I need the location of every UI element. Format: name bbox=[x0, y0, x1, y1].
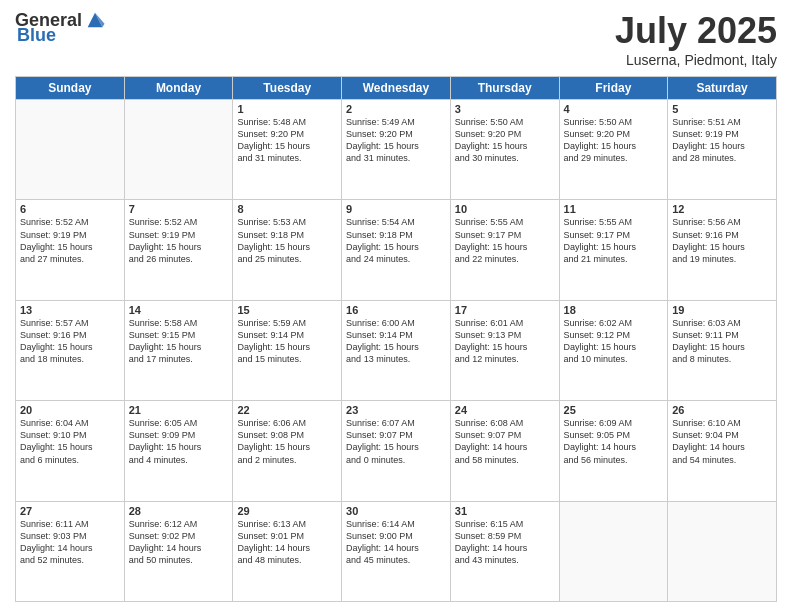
day-info: Sunrise: 6:08 AM Sunset: 9:07 PM Dayligh… bbox=[455, 417, 555, 466]
title-block: July 2025 Luserna, Piedmont, Italy bbox=[615, 10, 777, 68]
day-info: Sunrise: 5:55 AM Sunset: 9:17 PM Dayligh… bbox=[455, 216, 555, 265]
day-info: Sunrise: 5:55 AM Sunset: 9:17 PM Dayligh… bbox=[564, 216, 664, 265]
calendar-cell: 2Sunrise: 5:49 AM Sunset: 9:20 PM Daylig… bbox=[342, 100, 451, 200]
day-info: Sunrise: 6:12 AM Sunset: 9:02 PM Dayligh… bbox=[129, 518, 229, 567]
page: General Blue July 2025 Luserna, Piedmont… bbox=[0, 0, 792, 612]
day-info: Sunrise: 5:49 AM Sunset: 9:20 PM Dayligh… bbox=[346, 116, 446, 165]
day-info: Sunrise: 6:05 AM Sunset: 9:09 PM Dayligh… bbox=[129, 417, 229, 466]
day-info: Sunrise: 6:14 AM Sunset: 9:00 PM Dayligh… bbox=[346, 518, 446, 567]
day-number: 7 bbox=[129, 203, 229, 215]
weekday-header-friday: Friday bbox=[559, 77, 668, 100]
month-title: July 2025 bbox=[615, 10, 777, 52]
day-info: Sunrise: 5:56 AM Sunset: 9:16 PM Dayligh… bbox=[672, 216, 772, 265]
day-number: 12 bbox=[672, 203, 772, 215]
day-info: Sunrise: 5:57 AM Sunset: 9:16 PM Dayligh… bbox=[20, 317, 120, 366]
calendar-cell: 8Sunrise: 5:53 AM Sunset: 9:18 PM Daylig… bbox=[233, 200, 342, 300]
calendar-cell: 23Sunrise: 6:07 AM Sunset: 9:07 PM Dayli… bbox=[342, 401, 451, 501]
calendar-cell: 14Sunrise: 5:58 AM Sunset: 9:15 PM Dayli… bbox=[124, 300, 233, 400]
day-number: 6 bbox=[20, 203, 120, 215]
calendar-cell: 16Sunrise: 6:00 AM Sunset: 9:14 PM Dayli… bbox=[342, 300, 451, 400]
location-title: Luserna, Piedmont, Italy bbox=[615, 52, 777, 68]
calendar-cell: 9Sunrise: 5:54 AM Sunset: 9:18 PM Daylig… bbox=[342, 200, 451, 300]
day-number: 27 bbox=[20, 505, 120, 517]
day-info: Sunrise: 6:02 AM Sunset: 9:12 PM Dayligh… bbox=[564, 317, 664, 366]
day-info: Sunrise: 5:53 AM Sunset: 9:18 PM Dayligh… bbox=[237, 216, 337, 265]
day-info: Sunrise: 5:52 AM Sunset: 9:19 PM Dayligh… bbox=[129, 216, 229, 265]
day-number: 20 bbox=[20, 404, 120, 416]
day-number: 25 bbox=[564, 404, 664, 416]
weekday-header-tuesday: Tuesday bbox=[233, 77, 342, 100]
day-number: 5 bbox=[672, 103, 772, 115]
calendar-cell: 28Sunrise: 6:12 AM Sunset: 9:02 PM Dayli… bbox=[124, 501, 233, 601]
day-info: Sunrise: 5:58 AM Sunset: 9:15 PM Dayligh… bbox=[129, 317, 229, 366]
day-number: 22 bbox=[237, 404, 337, 416]
calendar-cell: 1Sunrise: 5:48 AM Sunset: 9:20 PM Daylig… bbox=[233, 100, 342, 200]
day-number: 29 bbox=[237, 505, 337, 517]
calendar-cell: 30Sunrise: 6:14 AM Sunset: 9:00 PM Dayli… bbox=[342, 501, 451, 601]
day-info: Sunrise: 6:10 AM Sunset: 9:04 PM Dayligh… bbox=[672, 417, 772, 466]
calendar-cell bbox=[668, 501, 777, 601]
day-info: Sunrise: 6:06 AM Sunset: 9:08 PM Dayligh… bbox=[237, 417, 337, 466]
calendar-cell: 29Sunrise: 6:13 AM Sunset: 9:01 PM Dayli… bbox=[233, 501, 342, 601]
calendar-cell: 10Sunrise: 5:55 AM Sunset: 9:17 PM Dayli… bbox=[450, 200, 559, 300]
calendar-cell: 22Sunrise: 6:06 AM Sunset: 9:08 PM Dayli… bbox=[233, 401, 342, 501]
day-number: 24 bbox=[455, 404, 555, 416]
logo: General Blue bbox=[15, 10, 106, 46]
calendar-cell: 7Sunrise: 5:52 AM Sunset: 9:19 PM Daylig… bbox=[124, 200, 233, 300]
day-number: 19 bbox=[672, 304, 772, 316]
calendar-cell: 13Sunrise: 5:57 AM Sunset: 9:16 PM Dayli… bbox=[16, 300, 125, 400]
day-number: 3 bbox=[455, 103, 555, 115]
day-number: 13 bbox=[20, 304, 120, 316]
day-number: 15 bbox=[237, 304, 337, 316]
calendar-cell: 31Sunrise: 6:15 AM Sunset: 8:59 PM Dayli… bbox=[450, 501, 559, 601]
day-number: 10 bbox=[455, 203, 555, 215]
day-info: Sunrise: 6:07 AM Sunset: 9:07 PM Dayligh… bbox=[346, 417, 446, 466]
day-number: 23 bbox=[346, 404, 446, 416]
calendar-cell: 12Sunrise: 5:56 AM Sunset: 9:16 PM Dayli… bbox=[668, 200, 777, 300]
calendar-cell: 4Sunrise: 5:50 AM Sunset: 9:20 PM Daylig… bbox=[559, 100, 668, 200]
calendar-cell: 25Sunrise: 6:09 AM Sunset: 9:05 PM Dayli… bbox=[559, 401, 668, 501]
day-info: Sunrise: 5:50 AM Sunset: 9:20 PM Dayligh… bbox=[564, 116, 664, 165]
calendar-cell: 5Sunrise: 5:51 AM Sunset: 9:19 PM Daylig… bbox=[668, 100, 777, 200]
calendar-cell bbox=[124, 100, 233, 200]
calendar-cell: 19Sunrise: 6:03 AM Sunset: 9:11 PM Dayli… bbox=[668, 300, 777, 400]
day-number: 30 bbox=[346, 505, 446, 517]
day-info: Sunrise: 6:01 AM Sunset: 9:13 PM Dayligh… bbox=[455, 317, 555, 366]
day-info: Sunrise: 6:11 AM Sunset: 9:03 PM Dayligh… bbox=[20, 518, 120, 567]
day-info: Sunrise: 6:04 AM Sunset: 9:10 PM Dayligh… bbox=[20, 417, 120, 466]
calendar-cell: 27Sunrise: 6:11 AM Sunset: 9:03 PM Dayli… bbox=[16, 501, 125, 601]
day-number: 16 bbox=[346, 304, 446, 316]
day-number: 8 bbox=[237, 203, 337, 215]
calendar-cell bbox=[559, 501, 668, 601]
weekday-header-sunday: Sunday bbox=[16, 77, 125, 100]
calendar-cell: 3Sunrise: 5:50 AM Sunset: 9:20 PM Daylig… bbox=[450, 100, 559, 200]
calendar: SundayMondayTuesdayWednesdayThursdayFrid… bbox=[15, 76, 777, 602]
day-info: Sunrise: 5:48 AM Sunset: 9:20 PM Dayligh… bbox=[237, 116, 337, 165]
weekday-header-monday: Monday bbox=[124, 77, 233, 100]
weekday-header-saturday: Saturday bbox=[668, 77, 777, 100]
calendar-cell: 11Sunrise: 5:55 AM Sunset: 9:17 PM Dayli… bbox=[559, 200, 668, 300]
calendar-cell: 21Sunrise: 6:05 AM Sunset: 9:09 PM Dayli… bbox=[124, 401, 233, 501]
day-number: 26 bbox=[672, 404, 772, 416]
day-number: 4 bbox=[564, 103, 664, 115]
logo-blue: Blue bbox=[17, 25, 56, 46]
weekday-header-wednesday: Wednesday bbox=[342, 77, 451, 100]
day-number: 9 bbox=[346, 203, 446, 215]
day-info: Sunrise: 5:54 AM Sunset: 9:18 PM Dayligh… bbox=[346, 216, 446, 265]
day-info: Sunrise: 6:00 AM Sunset: 9:14 PM Dayligh… bbox=[346, 317, 446, 366]
day-info: Sunrise: 6:03 AM Sunset: 9:11 PM Dayligh… bbox=[672, 317, 772, 366]
day-number: 28 bbox=[129, 505, 229, 517]
calendar-cell bbox=[16, 100, 125, 200]
calendar-cell: 15Sunrise: 5:59 AM Sunset: 9:14 PM Dayli… bbox=[233, 300, 342, 400]
day-info: Sunrise: 5:59 AM Sunset: 9:14 PM Dayligh… bbox=[237, 317, 337, 366]
calendar-cell: 18Sunrise: 6:02 AM Sunset: 9:12 PM Dayli… bbox=[559, 300, 668, 400]
calendar-cell: 24Sunrise: 6:08 AM Sunset: 9:07 PM Dayli… bbox=[450, 401, 559, 501]
calendar-cell: 6Sunrise: 5:52 AM Sunset: 9:19 PM Daylig… bbox=[16, 200, 125, 300]
header: General Blue July 2025 Luserna, Piedmont… bbox=[15, 10, 777, 68]
day-info: Sunrise: 5:52 AM Sunset: 9:19 PM Dayligh… bbox=[20, 216, 120, 265]
weekday-header-thursday: Thursday bbox=[450, 77, 559, 100]
day-number: 31 bbox=[455, 505, 555, 517]
calendar-cell: 20Sunrise: 6:04 AM Sunset: 9:10 PM Dayli… bbox=[16, 401, 125, 501]
day-info: Sunrise: 6:15 AM Sunset: 8:59 PM Dayligh… bbox=[455, 518, 555, 567]
day-info: Sunrise: 6:09 AM Sunset: 9:05 PM Dayligh… bbox=[564, 417, 664, 466]
